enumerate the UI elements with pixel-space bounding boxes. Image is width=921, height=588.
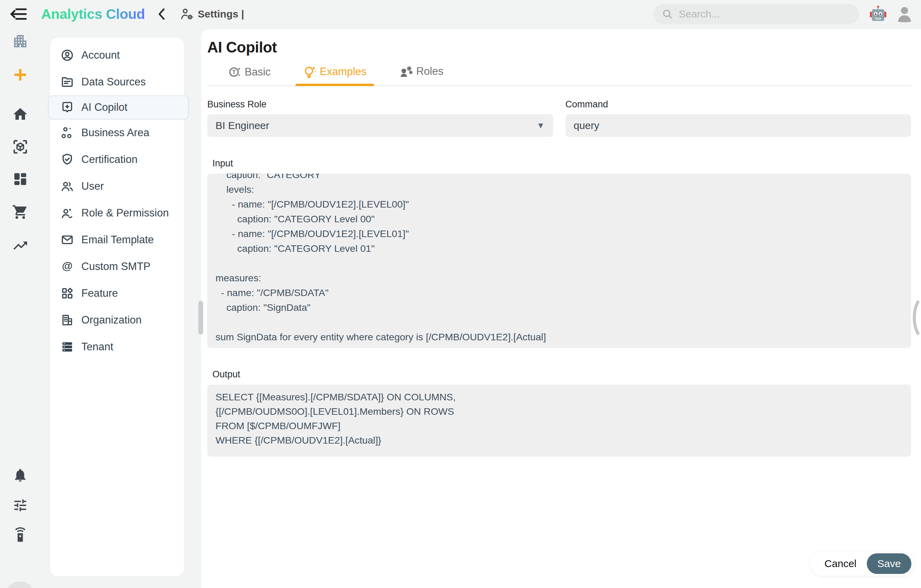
robot-icon[interactable] [869,5,887,23]
sidebar-item-data-sources[interactable]: Data Sources [50,68,184,95]
collapse-sidebar-icon[interactable] [9,4,29,24]
icon-rail [0,28,40,588]
bell-icon[interactable] [12,467,28,483]
model-scan-icon[interactable] [12,139,28,155]
search-bar[interactable] [653,4,859,24]
trending-up-icon[interactable] [12,237,28,254]
output-textarea[interactable]: SELECT {[Measures].[/CPMB/SDATA]} ON COL… [207,385,911,456]
sidebar-item-label: Business Area [81,127,149,139]
input-label: Input [207,158,911,169]
users-icon [60,179,74,193]
output-label: Output [207,369,911,380]
command-label: Command [566,99,911,110]
stacked-bars-icon [60,340,74,354]
tab-bar: T Basic Examples Roles [207,64,911,86]
user-badge-icon [60,206,74,220]
right-scrollbar-handle[interactable] [911,300,919,335]
shield-check-icon [60,153,74,166]
tab-label: Examples [320,65,366,78]
nodes-icon [60,126,74,140]
office-building-icon[interactable] [12,33,28,49]
top-bar: Analytics Cloud Settings | [0,0,921,28]
sidebar-item-label: Email Template [81,234,154,246]
dashboard-icon[interactable] [12,171,28,187]
user-circle-icon [60,49,74,62]
tune-sliders-icon[interactable] [12,497,28,513]
sidebar-item-role-permission[interactable]: Role & Permission [50,200,184,226]
sidebar-item-email-template[interactable]: Email Template [50,226,184,253]
sidebar-item-custom-smtp[interactable]: @ Custom SMTP [50,253,184,280]
left-scrollbar-handle[interactable] [199,301,203,335]
tab-examples[interactable]: Examples [298,65,371,85]
chevron-down-icon: ▼ [537,121,545,130]
sidebar-item-label: Tenant [81,341,113,353]
app-screen: Analytics Cloud Settings | [0,0,921,588]
business-role-select[interactable]: BI Engineer ▼ [207,114,553,137]
tab-basic[interactable]: T Basic [224,65,275,85]
sidebar-item-label: AI Copilot [81,101,127,114]
output-value: SELECT {[Measures].[/CPMB/SDATA]} ON COL… [207,385,911,447]
building-rows-icon [60,313,74,327]
page-title: AI Copilot [207,29,911,56]
sidebar-item-label: Feature [81,287,118,299]
main-panel: AI Copilot T Basic Examples Roles Busine… [201,29,921,588]
sidebar-item-label: Certification [81,153,138,166]
input-textarea[interactable]: caption: "CATEGORY" levels: - name: "[/C… [207,174,911,348]
search-icon [662,8,673,20]
engineer-gears-icon [399,64,413,78]
sidebar-item-tenant[interactable]: Tenant [50,333,184,360]
svg-text:@: @ [62,260,73,272]
sidebar-item-user[interactable]: User [50,173,184,200]
sidebar-item-organization[interactable]: Organization [50,307,184,333]
search-input[interactable] [678,8,851,20]
business-role-label: Business Role [207,99,553,110]
tab-label: Roles [416,65,443,78]
command-input[interactable]: query [566,114,911,137]
breadcrumb[interactable]: Settings | [180,7,244,21]
squares-diamond-icon [60,286,74,300]
command-value: query [574,120,599,132]
sidebar-item-label: Data Sources [81,76,146,88]
remote-icon[interactable] [12,527,28,543]
at-sign-icon: @ [60,260,74,273]
lightbulb-sparkle-icon [303,65,317,78]
cart-icon[interactable] [12,204,28,220]
text-sparkle-icon: T [229,65,242,78]
manage-accounts-icon [180,7,194,21]
sidebar-item-label: Custom SMTP [81,260,151,273]
tab-label: Basic [245,66,271,78]
sidebar-item-label: User [81,180,104,192]
settings-sidebar: Account Data Sources AI Copilot Business… [50,38,184,576]
sidebar-item-business-area[interactable]: Business Area [50,119,184,146]
svg-text:T: T [232,69,236,75]
sidebar-item-label: Organization [81,314,142,326]
save-button[interactable]: Save [867,553,911,574]
add-icon[interactable] [12,67,28,83]
sidebar-item-label: Role & Permission [81,207,169,219]
avatar[interactable] [896,5,913,23]
folder-icon [60,75,74,89]
sidebar-item-account[interactable]: Account [50,42,184,68]
form-row: Business Role BI Engineer ▼ Command quer… [207,99,911,137]
copilot-bubble-star-icon [60,101,74,114]
action-bar: Cancel Save [810,552,914,576]
input-value: caption: "CATEGORY" levels: - name: "[/C… [207,174,911,344]
home-icon[interactable] [12,106,28,122]
envelope-icon [60,233,74,247]
sidebar-item-label: Account [81,49,120,62]
breadcrumb-label: Settings | [198,8,244,20]
back-chevron-icon[interactable] [156,8,167,21]
sidebar-item-feature[interactable]: Feature [50,280,184,307]
sidebar-item-ai-copilot[interactable]: AI Copilot [48,95,189,119]
sidebar-item-certification[interactable]: Certification [50,146,184,173]
app-logo[interactable]: Analytics Cloud [41,6,145,22]
cancel-button[interactable]: Cancel [825,558,856,570]
tab-roles[interactable]: Roles [394,64,448,85]
business-role-value: BI Engineer [215,120,269,132]
settings-gear-icon[interactable] [5,582,35,588]
